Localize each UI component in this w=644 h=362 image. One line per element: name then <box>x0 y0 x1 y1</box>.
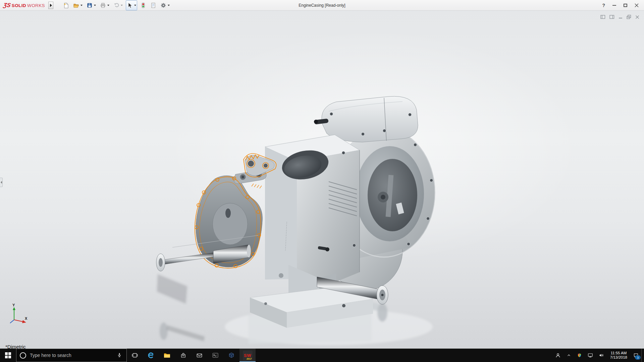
action-center-button[interactable]: 3 <box>633 352 639 359</box>
gear-icon <box>160 2 166 8</box>
clock-time: 11:55 AM <box>610 351 627 355</box>
sw-letters: SW <box>244 353 251 358</box>
select-dropdown-arrow[interactable] <box>134 5 136 6</box>
clock-date: 7/13/2018 <box>610 355 627 360</box>
mail-icon <box>196 352 203 359</box>
defender-button[interactable] <box>576 352 583 359</box>
windows-logo-icon <box>5 352 11 358</box>
select-cursor-icon <box>127 2 133 8</box>
undo-button[interactable] <box>112 0 124 10</box>
solidworks-taskbar-button[interactable]: SW 2017 <box>239 349 256 362</box>
save-dropdown-arrow[interactable] <box>94 5 96 6</box>
file-explorer-icon <box>163 351 171 359</box>
file-explorer-button[interactable] <box>159 349 175 362</box>
orientation-triad: Y X <box>6 303 30 326</box>
solidworks-window: ƷS SOLIDWORKS <box>0 0 644 362</box>
new-document-button[interactable] <box>62 0 70 10</box>
edge-button[interactable] <box>143 349 159 362</box>
taskbar-clock[interactable]: 11:55 AM 7/13/2018 <box>610 351 627 360</box>
print-button[interactable] <box>99 0 110 10</box>
maximize-icon <box>624 4 627 7</box>
view-orientation-label: *Dimetric <box>5 344 26 349</box>
notification-badge: 3 <box>635 355 641 360</box>
store-button[interactable] <box>175 349 191 362</box>
help-icon: ? <box>602 3 605 8</box>
save-button[interactable] <box>86 0 97 10</box>
open-button[interactable] <box>72 0 84 10</box>
file-properties-button[interactable] <box>149 0 157 10</box>
minimize-button[interactable] <box>612 5 616 6</box>
triad-x-label: X <box>25 316 28 320</box>
graphics-area[interactable]: Y X *Dimetric <box>0 11 644 349</box>
brand-works-text: WORKS <box>27 3 45 8</box>
doc-minimize-icon <box>619 15 623 19</box>
chevron-up-icon <box>566 352 572 358</box>
undo-dropdown-arrow[interactable] <box>121 5 123 6</box>
save-icon <box>87 2 93 8</box>
options-button[interactable] <box>159 0 171 10</box>
show-pane-right-button[interactable] <box>609 15 614 19</box>
new-document-icon <box>63 2 69 8</box>
command-prompt-icon <box>211 351 219 359</box>
start-button[interactable] <box>0 349 16 362</box>
microphone-icon[interactable] <box>116 352 123 359</box>
ds-logo-icon: ƷS <box>3 2 11 9</box>
edge-icon <box>147 351 155 359</box>
brand-solid-text: SOLID <box>12 3 26 8</box>
system-tray: 11:55 AM 7/13/2018 3 <box>554 349 641 362</box>
doc-close-icon <box>635 15 639 19</box>
document-window-controls <box>600 15 639 19</box>
print-dropdown-arrow[interactable] <box>107 5 109 6</box>
store-icon <box>179 352 187 359</box>
windows-taskbar: SW 2017 <box>0 349 644 362</box>
pane-right-icon <box>609 15 614 19</box>
collapse-arrow-icon <box>1 181 2 184</box>
close-icon <box>635 3 639 7</box>
sw-year: 2017 <box>247 358 252 360</box>
titlebar: ƷS SOLIDWORKS <box>0 0 644 11</box>
doc-close-button[interactable] <box>635 15 639 19</box>
help-button[interactable]: ? <box>602 3 605 8</box>
people-button[interactable] <box>554 352 561 359</box>
minimize-icon <box>612 5 616 6</box>
model-cylinder-block[interactable] <box>265 135 360 288</box>
options-dropdown-arrow[interactable] <box>168 5 170 6</box>
defender-shield-icon <box>576 352 583 359</box>
people-icon <box>554 352 561 359</box>
select-tool-button[interactable] <box>126 0 137 10</box>
open-folder-icon <box>73 2 79 8</box>
engine-casing-model[interactable] <box>148 90 436 349</box>
search-input[interactable] <box>29 352 113 358</box>
panel-collapse-handle[interactable] <box>0 178 3 187</box>
show-desktop-button[interactable] <box>641 349 644 362</box>
open-dropdown-arrow[interactable] <box>80 5 83 6</box>
network-icon <box>587 352 594 359</box>
window-controls: ? <box>602 3 641 8</box>
toolbar-flyout-button[interactable] <box>48 2 53 9</box>
flyout-arrow-icon <box>50 4 52 7</box>
window-title: EngineCasing [Read-only] <box>299 3 345 8</box>
print-icon <box>100 2 106 8</box>
mail-button[interactable] <box>191 349 207 362</box>
model-top-cover[interactable] <box>314 96 418 142</box>
show-pane-left-button[interactable] <box>600 15 605 19</box>
close-button[interactable] <box>635 3 639 7</box>
rebuild-button[interactable] <box>139 0 147 10</box>
edrawings-button[interactable] <box>223 349 239 362</box>
network-button[interactable] <box>587 352 594 359</box>
volume-icon <box>598 352 605 359</box>
solidworks-app-icon: SW 2017 <box>243 351 253 360</box>
doc-restore-button[interactable] <box>627 15 631 19</box>
edrawings-cube-icon <box>227 351 235 359</box>
volume-button[interactable] <box>598 352 605 359</box>
doc-restore-icon <box>627 15 631 19</box>
doc-minimize-button[interactable] <box>619 15 623 19</box>
command-prompt-button[interactable] <box>207 349 223 362</box>
task-view-icon <box>131 352 139 359</box>
task-view-button[interactable] <box>127 349 143 362</box>
tray-chevron-button[interactable] <box>566 352 572 358</box>
taskbar-search[interactable] <box>16 349 127 362</box>
file-properties-icon <box>150 2 156 8</box>
maximize-button[interactable] <box>624 4 627 7</box>
triad-y-label: Y <box>12 303 15 307</box>
